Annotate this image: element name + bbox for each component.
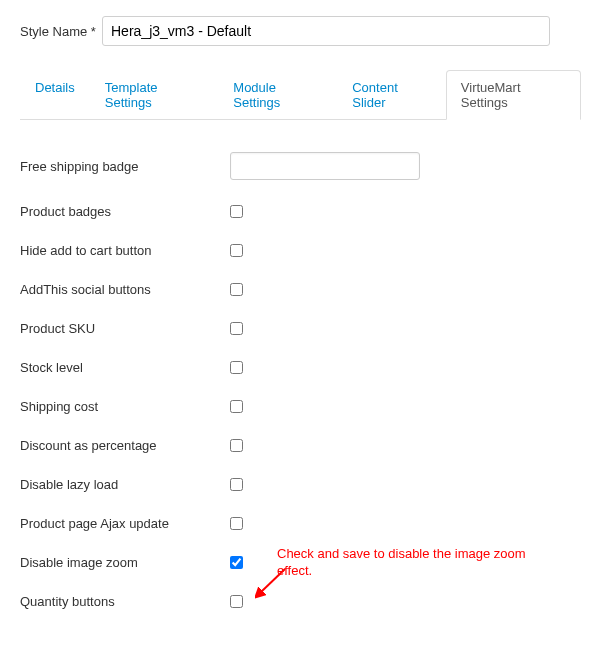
tab-module-settings[interactable]: Module Settings bbox=[218, 70, 337, 120]
hide-add-to-cart-row: Hide add to cart button bbox=[20, 231, 581, 270]
free-shipping-badge-label: Free shipping badge bbox=[20, 159, 230, 174]
style-name-label: Style Name * bbox=[20, 24, 102, 39]
addthis-social-checkbox[interactable] bbox=[230, 283, 243, 296]
hide-add-to-cart-label: Hide add to cart button bbox=[20, 243, 230, 258]
disable-lazy-load-row: Disable lazy load bbox=[20, 465, 581, 504]
product-badges-label: Product badges bbox=[20, 204, 230, 219]
free-shipping-badge-row: Free shipping badge bbox=[20, 140, 581, 192]
product-page-ajax-row: Product page Ajax update bbox=[20, 504, 581, 543]
addthis-social-row: AddThis social buttons bbox=[20, 270, 581, 309]
tab-content-slider[interactable]: Content Slider bbox=[337, 70, 446, 120]
disable-image-zoom-checkbox[interactable] bbox=[230, 556, 243, 569]
stock-level-checkbox[interactable] bbox=[230, 361, 243, 374]
annotation-text: Check and save to disable the image zoom… bbox=[277, 546, 557, 580]
quantity-buttons-label: Quantity buttons bbox=[20, 594, 230, 609]
quantity-buttons-row: Quantity buttons bbox=[20, 582, 581, 621]
product-sku-checkbox[interactable] bbox=[230, 322, 243, 335]
product-badges-row: Product badges bbox=[20, 192, 581, 231]
discount-percentage-checkbox[interactable] bbox=[230, 439, 243, 452]
product-sku-label: Product SKU bbox=[20, 321, 230, 336]
discount-percentage-row: Discount as percentage bbox=[20, 426, 581, 465]
product-page-ajax-label: Product page Ajax update bbox=[20, 516, 230, 531]
stock-level-label: Stock level bbox=[20, 360, 230, 375]
free-shipping-badge-input[interactable] bbox=[230, 152, 420, 180]
quantity-buttons-checkbox[interactable] bbox=[230, 595, 243, 608]
disable-lazy-load-label: Disable lazy load bbox=[20, 477, 230, 492]
tabs-bar: Details Template Settings Module Setting… bbox=[20, 70, 581, 120]
shipping-cost-row: Shipping cost bbox=[20, 387, 581, 426]
disable-lazy-load-checkbox[interactable] bbox=[230, 478, 243, 491]
stock-level-row: Stock level bbox=[20, 348, 581, 387]
tab-details[interactable]: Details bbox=[20, 70, 90, 120]
product-page-ajax-checkbox[interactable] bbox=[230, 517, 243, 530]
settings-panel: Style Name * Details Template Settings M… bbox=[20, 16, 581, 621]
hide-add-to-cart-checkbox[interactable] bbox=[230, 244, 243, 257]
product-badges-checkbox[interactable] bbox=[230, 205, 243, 218]
style-name-input[interactable] bbox=[102, 16, 550, 46]
tab-template-settings[interactable]: Template Settings bbox=[90, 70, 219, 120]
product-sku-row: Product SKU bbox=[20, 309, 581, 348]
disable-image-zoom-label: Disable image zoom bbox=[20, 555, 230, 570]
style-name-row: Style Name * bbox=[20, 16, 581, 46]
addthis-social-label: AddThis social buttons bbox=[20, 282, 230, 297]
shipping-cost-checkbox[interactable] bbox=[230, 400, 243, 413]
shipping-cost-label: Shipping cost bbox=[20, 399, 230, 414]
discount-percentage-label: Discount as percentage bbox=[20, 438, 230, 453]
tab-virtuemart-settings[interactable]: VirtueMart Settings bbox=[446, 70, 581, 120]
